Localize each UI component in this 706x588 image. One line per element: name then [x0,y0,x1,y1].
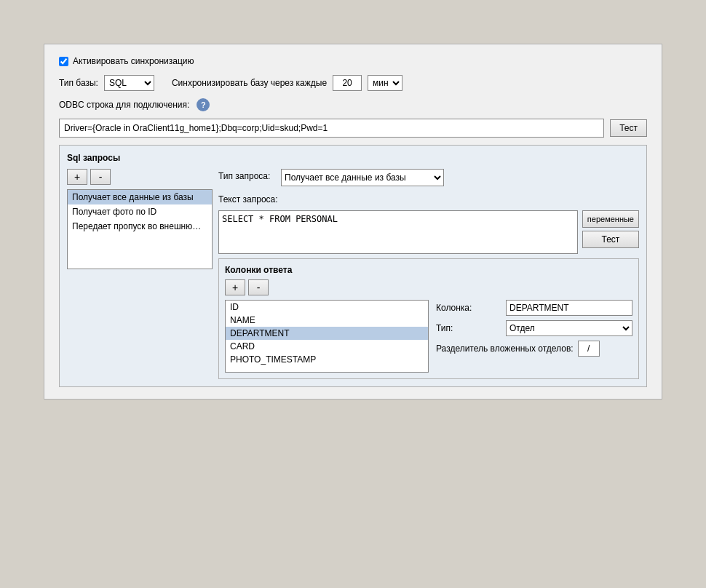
column-list-item[interactable]: CARD [226,340,428,353]
query-list-item[interactable]: Передает пропуск во внешнюю базу [68,219,212,234]
query-text-section: Текст запроса: SELECT * FROM PERSONAL пе… [218,192,639,254]
column-name-label: Колонка: [436,303,501,313]
odbc-label-row: ODBC строка для подключения: ? [59,98,647,111]
odbc-test-button[interactable]: Тест [610,119,647,137]
settings-section: Активировать синхронизацию Тип базы: SQL… [44,44,662,400]
odbc-input[interactable] [59,119,604,138]
column-add-button[interactable]: + [225,279,245,295]
columns-right: Колонка: Тип: Отдел ФИО Табельный номер [436,300,632,373]
query-text-label: Текст запроса: [218,192,278,204]
db-type-row: Тип базы: SQL MSSQL MySQL Синхронизирова… [59,75,647,91]
query-list-item[interactable]: Получает все данные из базы [68,190,212,204]
main-container: Активировать синхронизацию Тип базы: SQL… [0,0,706,429]
columns-title: Колонки ответа [225,265,632,275]
side-buttons: переменные Тест [582,210,639,254]
separator-input[interactable] [578,341,600,357]
sync-interval-input[interactable] [333,75,362,91]
activate-sync-checkbox[interactable] [59,57,68,66]
separator-label: Разделитель вложенных отделов: [436,343,574,354]
columns-layout: ID NAME DEPARTMENT CARD PHOTO_TIMESTAMP … [225,300,632,373]
column-name-row: Колонка: [436,300,632,316]
column-list-item[interactable]: PHOTO_TIMESTAMP [226,353,428,366]
sync-interval-label: Синхронизировать базу через каждые [172,78,327,88]
db-type-select[interactable]: SQL MSSQL MySQL [104,75,154,91]
query-type-label: Тип запроса: [218,169,277,181]
odbc-label: ODBC строка для подключения: [59,100,189,110]
odbc-row: Тест [59,119,647,138]
columns-left: ID NAME DEPARTMENT CARD PHOTO_TIMESTAMP [225,300,429,373]
query-list-item[interactable]: Получает фото по ID [68,204,212,219]
query-remove-button[interactable]: - [90,169,111,185]
column-type-label: Тип: [436,323,501,333]
query-add-button[interactable]: + [67,169,87,185]
sync-unit-select[interactable]: мин час сек [368,75,402,91]
column-type-row: Тип: Отдел ФИО Табельный номер Фото Карт… [436,320,632,336]
column-list-item[interactable]: DEPARTMENT [226,327,428,340]
query-text-input-row: SELECT * FROM PERSONAL переменные Тест [218,210,639,254]
column-list-item[interactable]: NAME [226,314,428,327]
column-list-item[interactable]: ID [226,301,428,314]
column-name-input[interactable] [506,300,632,316]
sql-left: + - Получает все данные из базы Получает… [67,169,213,379]
columns-section: Колонки ответа + - ID NAME DEPARTMENT [218,258,639,379]
variables-button[interactable]: переменные [582,210,639,228]
query-type-row: Тип запроса: Получает все данные из базы… [218,169,639,186]
query-textarea[interactable]: SELECT * FROM PERSONAL [218,210,578,254]
sql-group: Sql запросы + - Получает все данные из б… [59,145,647,387]
activate-sync-row: Активировать синхронизацию [59,56,647,66]
separator-row: Разделитель вложенных отделов: [436,341,632,357]
activate-sync-label: Активировать синхронизацию [73,56,194,66]
sql-right: Тип запроса: Получает все данные из базы… [218,169,639,379]
column-list[interactable]: ID NAME DEPARTMENT CARD PHOTO_TIMESTAMP [225,300,429,373]
column-type-select[interactable]: Отдел ФИО Табельный номер Фото Карта [506,320,632,336]
odbc-help-icon[interactable]: ? [197,98,210,111]
query-test-button[interactable]: Тест [582,231,639,248]
query-list[interactable]: Получает все данные из базы Получает фот… [67,189,213,269]
db-type-label: Тип базы: [59,78,98,88]
sql-group-title: Sql запросы [67,153,639,163]
column-remove-button[interactable]: - [248,279,269,295]
query-type-select[interactable]: Получает все данные из базы Получает фот… [281,169,444,186]
columns-btn-bar: + - [225,279,632,295]
sql-layout: + - Получает все данные из базы Получает… [67,169,639,379]
query-text-label-row: Текст запроса: [218,192,639,204]
query-btn-bar: + - [67,169,213,185]
